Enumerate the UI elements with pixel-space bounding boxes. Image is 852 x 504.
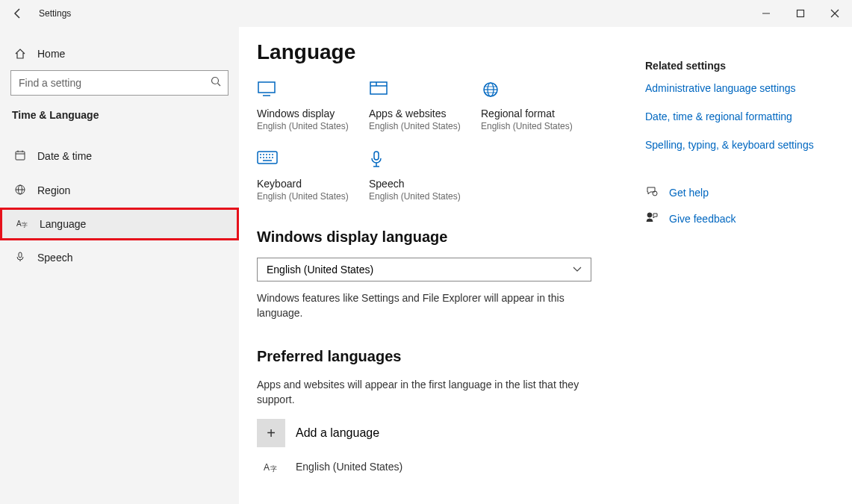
monitor-icon: [257, 81, 369, 103]
nav-label: Region: [37, 184, 70, 196]
microphone-icon: [369, 151, 481, 173]
preferred-desc: Apps and websites will appear in the fir…: [257, 377, 585, 408]
tile-title: Keyboard: [257, 178, 369, 190]
display-lang-desc: Windows features like Settings and File …: [257, 290, 585, 321]
home-nav[interactable]: Home: [0, 42, 239, 70]
give-feedback-label: Give feedback: [669, 213, 736, 225]
clock-icon: [13, 149, 27, 164]
feedback-icon: [645, 211, 659, 225]
tile-regional-format[interactable]: Regional format English (United States): [481, 81, 593, 131]
tile-apps-websites[interactable]: Apps & websites English (United States): [369, 81, 481, 131]
tile-sub: English (United States): [257, 121, 369, 131]
svg-line-5: [218, 84, 221, 87]
back-button[interactable]: [0, 0, 36, 27]
sidebar: Home Time & Language Date & time Region …: [0, 27, 239, 504]
svg-rect-6: [16, 152, 25, 160]
tile-title: Regional format: [481, 108, 593, 119]
nav-label: Speech: [37, 252, 72, 264]
tile-windows-display[interactable]: Windows display English (United States): [257, 81, 369, 131]
add-language-button[interactable]: + Add a language: [257, 419, 645, 447]
section-display-lang: Windows display language: [257, 228, 645, 246]
svg-text:字: 字: [270, 465, 277, 473]
minimize-button[interactable]: [749, 0, 783, 27]
window-controls: [749, 0, 852, 27]
tile-sub: English (United States): [369, 191, 481, 202]
add-language-label: Add a language: [296, 426, 379, 440]
select-value: English (United States): [267, 264, 373, 276]
chevron-down-icon: [573, 264, 582, 275]
section-preferred: Preferred languages: [257, 348, 645, 365]
display-language-select[interactable]: English (United States): [257, 258, 591, 281]
search-input[interactable]: [10, 70, 228, 96]
link-admin-lang[interactable]: Administrative language settings: [645, 82, 837, 94]
svg-point-45: [647, 213, 652, 217]
language-entry[interactable]: A字 English (United States): [257, 461, 645, 473]
svg-rect-1: [797, 10, 804, 17]
maximize-button[interactable]: [783, 0, 818, 27]
home-label: Home: [37, 48, 65, 60]
svg-rect-19: [370, 82, 387, 94]
search-icon: [211, 76, 221, 89]
plus-icon: +: [257, 419, 285, 447]
tile-keyboard[interactable]: Keyboard English (United States): [257, 151, 369, 202]
globe-icon: [481, 81, 593, 103]
sidebar-item-region[interactable]: Region: [0, 173, 239, 208]
title-bar: Settings: [0, 0, 852, 27]
nav-label: Date & time: [37, 150, 92, 162]
tile-title: Speech: [369, 178, 481, 190]
close-button[interactable]: [818, 0, 852, 27]
svg-text:A: A: [264, 462, 270, 473]
sidebar-item-date-time[interactable]: Date & time: [0, 139, 239, 173]
main-content: Language Windows display English (United…: [257, 40, 645, 504]
search-container: [10, 70, 228, 96]
microphone-icon: [13, 251, 27, 265]
window-icon: [369, 81, 481, 103]
category-heading: Time & Language: [0, 109, 239, 131]
language-tiles: Windows display English (United States) …: [257, 81, 645, 202]
globe-icon: [13, 184, 27, 198]
svg-text:A: A: [16, 220, 22, 228]
keyboard-icon: [257, 151, 369, 173]
window-title: Settings: [36, 8, 71, 19]
tile-sub: English (United States): [369, 121, 481, 131]
chat-icon: [645, 185, 659, 199]
tile-title: Windows display: [257, 108, 369, 119]
sidebar-item-language[interactable]: A字 Language: [0, 208, 239, 240]
language-icon: A字: [16, 217, 29, 231]
svg-point-4: [212, 78, 219, 84]
svg-rect-17: [258, 82, 275, 93]
related-panel: Related settings Administrative language…: [645, 40, 852, 504]
related-heading: Related settings: [645, 60, 837, 72]
nav-label: Language: [40, 218, 86, 230]
sidebar-item-speech[interactable]: Speech: [0, 240, 239, 275]
link-spelling-typing[interactable]: Spelling, typing, & keyboard settings: [645, 139, 837, 151]
get-help-link[interactable]: Get help: [645, 185, 837, 199]
tile-sub: English (United States): [481, 121, 593, 131]
language-entry-label: English (United States): [296, 461, 402, 473]
tile-sub: English (United States): [257, 191, 369, 202]
tile-speech[interactable]: Speech English (United States): [369, 151, 481, 202]
link-date-time-format[interactable]: Date, time & regional formatting: [645, 111, 837, 122]
language-icon: A字: [257, 461, 285, 473]
get-help-label: Get help: [669, 187, 709, 199]
svg-text:字: 字: [22, 222, 28, 228]
home-icon: [13, 48, 27, 60]
give-feedback-link[interactable]: Give feedback: [645, 211, 837, 225]
svg-rect-39: [374, 152, 379, 160]
tile-title: Apps & websites: [369, 108, 481, 119]
svg-rect-15: [19, 252, 22, 258]
page-title: Language: [257, 40, 645, 64]
